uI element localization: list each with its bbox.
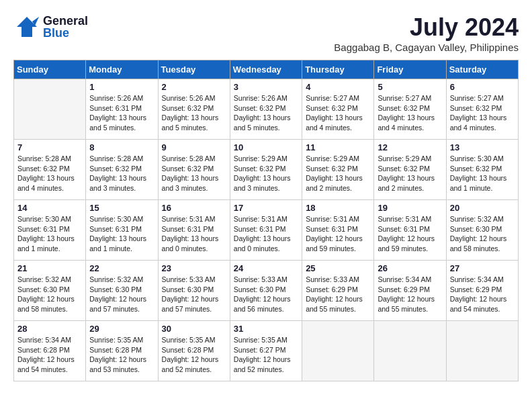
day-info: Sunrise: 5:35 AM Sunset: 6:28 PM Dayligh…: [89, 335, 154, 375]
day-number: 2: [162, 82, 226, 92]
day-info: Sunrise: 5:26 AM Sunset: 6:31 PM Dayligh…: [89, 93, 154, 133]
day-number: 10: [234, 142, 298, 152]
calendar-cell: 1Sunrise: 5:26 AM Sunset: 6:31 PM Daylig…: [86, 79, 158, 140]
weekday-header: Saturday: [446, 60, 518, 79]
month-title: July 2024: [334, 13, 519, 42]
svg-marker-0: [17, 17, 37, 37]
day-number: 27: [450, 263, 515, 273]
calendar-cell: 7Sunrise: 5:28 AM Sunset: 6:32 PM Daylig…: [14, 140, 86, 200]
calendar-cell: 20Sunrise: 5:32 AM Sunset: 6:30 PM Dayli…: [446, 200, 518, 261]
calendar-cell: 10Sunrise: 5:29 AM Sunset: 6:32 PM Dayli…: [230, 140, 302, 200]
day-info: Sunrise: 5:31 AM Sunset: 6:31 PM Dayligh…: [162, 214, 226, 254]
weekday-header: Sunday: [14, 60, 86, 79]
calendar-cell: 4Sunrise: 5:27 AM Sunset: 6:32 PM Daylig…: [302, 79, 374, 140]
day-number: 1: [89, 82, 154, 92]
logo: General Blue: [13, 13, 88, 40]
day-number: 29: [89, 324, 154, 334]
logo-icon: [13, 13, 40, 40]
calendar-cell: 25Sunrise: 5:33 AM Sunset: 6:29 PM Dayli…: [302, 261, 374, 321]
day-number: 9: [162, 142, 226, 152]
day-number: 30: [162, 324, 226, 334]
calendar-cell: 26Sunrise: 5:34 AM Sunset: 6:29 PM Dayli…: [374, 261, 446, 321]
logo-blue: Blue: [43, 27, 88, 39]
day-number: 21: [17, 263, 82, 273]
day-number: 23: [162, 263, 226, 273]
calendar-cell: 19Sunrise: 5:31 AM Sunset: 6:31 PM Dayli…: [374, 200, 446, 261]
calendar-cell: 11Sunrise: 5:29 AM Sunset: 6:32 PM Dayli…: [302, 140, 374, 200]
day-info: Sunrise: 5:31 AM Sunset: 6:31 PM Dayligh…: [378, 214, 442, 254]
calendar-cell: 29Sunrise: 5:35 AM Sunset: 6:28 PM Dayli…: [86, 321, 158, 381]
calendar-cell: 21Sunrise: 5:32 AM Sunset: 6:30 PM Dayli…: [14, 261, 86, 321]
weekday-header: Monday: [86, 60, 158, 79]
day-info: Sunrise: 5:30 AM Sunset: 6:31 PM Dayligh…: [89, 214, 154, 254]
day-number: 5: [378, 82, 442, 92]
day-info: Sunrise: 5:30 AM Sunset: 6:32 PM Dayligh…: [450, 154, 515, 193]
day-info: Sunrise: 5:26 AM Sunset: 6:32 PM Dayligh…: [234, 93, 298, 133]
day-info: Sunrise: 5:35 AM Sunset: 6:28 PM Dayligh…: [162, 335, 226, 375]
day-info: Sunrise: 5:29 AM Sunset: 6:32 PM Dayligh…: [378, 154, 442, 193]
weekday-header: Tuesday: [158, 60, 230, 79]
calendar-cell: 24Sunrise: 5:33 AM Sunset: 6:30 PM Dayli…: [230, 261, 302, 321]
day-info: Sunrise: 5:28 AM Sunset: 6:32 PM Dayligh…: [17, 154, 82, 193]
day-number: 25: [306, 263, 370, 273]
calendar-cell: 18Sunrise: 5:31 AM Sunset: 6:31 PM Dayli…: [302, 200, 374, 261]
calendar-cell: 28Sunrise: 5:34 AM Sunset: 6:28 PM Dayli…: [14, 321, 86, 381]
day-number: 18: [306, 203, 370, 213]
day-info: Sunrise: 5:32 AM Sunset: 6:30 PM Dayligh…: [17, 275, 82, 314]
day-info: Sunrise: 5:34 AM Sunset: 6:29 PM Dayligh…: [450, 275, 515, 314]
day-number: 17: [234, 203, 298, 213]
day-info: Sunrise: 5:28 AM Sunset: 6:32 PM Dayligh…: [89, 154, 154, 193]
day-number: 14: [17, 203, 82, 213]
calendar-cell: 8Sunrise: 5:28 AM Sunset: 6:32 PM Daylig…: [86, 140, 158, 200]
weekday-header-row: SundayMondayTuesdayWednesdayThursdayFrid…: [14, 60, 519, 79]
calendar-table: SundayMondayTuesdayWednesdayThursdayFrid…: [13, 60, 519, 381]
day-number: 4: [306, 82, 370, 92]
day-info: Sunrise: 5:32 AM Sunset: 6:30 PM Dayligh…: [450, 214, 515, 254]
calendar-cell: 17Sunrise: 5:31 AM Sunset: 6:31 PM Dayli…: [230, 200, 302, 261]
calendar-cell: 27Sunrise: 5:34 AM Sunset: 6:29 PM Dayli…: [446, 261, 518, 321]
day-info: Sunrise: 5:34 AM Sunset: 6:28 PM Dayligh…: [17, 335, 82, 375]
day-number: 22: [89, 263, 154, 273]
day-info: Sunrise: 5:35 AM Sunset: 6:27 PM Dayligh…: [234, 335, 298, 375]
calendar-week-row: 28Sunrise: 5:34 AM Sunset: 6:28 PM Dayli…: [14, 321, 519, 381]
weekday-header: Friday: [374, 60, 446, 79]
calendar-week-row: 21Sunrise: 5:32 AM Sunset: 6:30 PM Dayli…: [14, 261, 519, 321]
logo-general: General: [43, 15, 88, 27]
day-number: 31: [234, 324, 298, 334]
day-number: 20: [450, 203, 515, 213]
calendar-cell: [14, 79, 86, 140]
calendar-week-row: 1Sunrise: 5:26 AM Sunset: 6:31 PM Daylig…: [14, 79, 519, 140]
title-block: July 2024 Baggabag B, Cagayan Valley, Ph…: [334, 13, 519, 53]
calendar-cell: [374, 321, 446, 381]
day-info: Sunrise: 5:27 AM Sunset: 6:32 PM Dayligh…: [378, 93, 442, 133]
calendar-cell: 3Sunrise: 5:26 AM Sunset: 6:32 PM Daylig…: [230, 79, 302, 140]
logo-text: General Blue: [43, 15, 88, 39]
day-info: Sunrise: 5:33 AM Sunset: 6:30 PM Dayligh…: [234, 275, 298, 314]
day-number: 15: [89, 203, 154, 213]
day-info: Sunrise: 5:26 AM Sunset: 6:32 PM Dayligh…: [162, 93, 226, 133]
weekday-header: Wednesday: [230, 60, 302, 79]
calendar-cell: 12Sunrise: 5:29 AM Sunset: 6:32 PM Dayli…: [374, 140, 446, 200]
day-info: Sunrise: 5:28 AM Sunset: 6:32 PM Dayligh…: [162, 154, 226, 193]
calendar-cell: 30Sunrise: 5:35 AM Sunset: 6:28 PM Dayli…: [158, 321, 230, 381]
day-info: Sunrise: 5:31 AM Sunset: 6:31 PM Dayligh…: [234, 214, 298, 254]
weekday-header: Thursday: [302, 60, 374, 79]
day-info: Sunrise: 5:32 AM Sunset: 6:30 PM Dayligh…: [89, 275, 154, 314]
calendar-cell: [302, 321, 374, 381]
day-info: Sunrise: 5:30 AM Sunset: 6:31 PM Dayligh…: [17, 214, 82, 254]
calendar-cell: 15Sunrise: 5:30 AM Sunset: 6:31 PM Dayli…: [86, 200, 158, 261]
calendar-cell: 22Sunrise: 5:32 AM Sunset: 6:30 PM Dayli…: [86, 261, 158, 321]
day-number: 12: [378, 142, 442, 152]
calendar-cell: 23Sunrise: 5:33 AM Sunset: 6:30 PM Dayli…: [158, 261, 230, 321]
day-number: 24: [234, 263, 298, 273]
day-info: Sunrise: 5:33 AM Sunset: 6:30 PM Dayligh…: [162, 275, 226, 314]
calendar-cell: 6Sunrise: 5:27 AM Sunset: 6:32 PM Daylig…: [446, 79, 518, 140]
calendar-cell: 2Sunrise: 5:26 AM Sunset: 6:32 PM Daylig…: [158, 79, 230, 140]
calendar-cell: 31Sunrise: 5:35 AM Sunset: 6:27 PM Dayli…: [230, 321, 302, 381]
calendar-week-row: 14Sunrise: 5:30 AM Sunset: 6:31 PM Dayli…: [14, 200, 519, 261]
calendar-cell: 9Sunrise: 5:28 AM Sunset: 6:32 PM Daylig…: [158, 140, 230, 200]
day-info: Sunrise: 5:31 AM Sunset: 6:31 PM Dayligh…: [306, 214, 370, 254]
day-info: Sunrise: 5:33 AM Sunset: 6:29 PM Dayligh…: [306, 275, 370, 314]
day-info: Sunrise: 5:29 AM Sunset: 6:32 PM Dayligh…: [234, 154, 298, 193]
day-number: 8: [89, 142, 154, 152]
